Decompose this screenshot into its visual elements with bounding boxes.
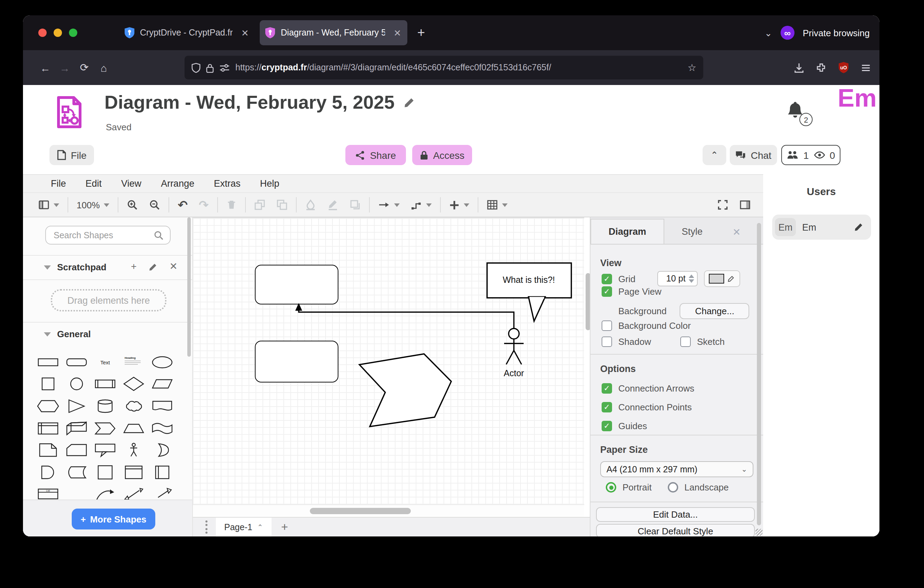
fullscreen-button[interactable] — [712, 194, 734, 215]
connection-points-checkbox[interactable]: ✓ — [602, 402, 612, 413]
shape-two-way-arrow[interactable] — [121, 484, 146, 499]
list-tabs-chevron-icon[interactable]: ⌄ — [764, 28, 772, 38]
shape-cylinder[interactable] — [92, 396, 118, 416]
canvas-connector-and-actor[interactable] — [193, 218, 584, 505]
shape-cube[interactable] — [64, 418, 89, 438]
edit-user-pencil-icon[interactable] — [854, 222, 863, 232]
shape-triangle[interactable] — [64, 396, 89, 416]
scratchpad-add-icon[interactable]: + — [131, 261, 137, 272]
shape-actor[interactable] — [121, 440, 146, 460]
user-row[interactable]: Em Em — [772, 215, 871, 239]
collapse-caret-icon[interactable] — [44, 332, 51, 336]
shape-or[interactable] — [149, 440, 175, 460]
scratchpad-drop-zone[interactable]: Drag elements here — [51, 289, 167, 311]
zoom-in-button[interactable] — [122, 194, 144, 215]
shape-parallelogram[interactable] — [149, 375, 175, 394]
shape-list[interactable]: List — [36, 484, 61, 499]
page-view-checkbox[interactable]: ✓ — [602, 286, 612, 297]
more-shapes-button[interactable]: + More Shapes — [72, 509, 155, 530]
clear-default-style-button[interactable]: Clear Default Style — [596, 524, 755, 537]
shape-tape[interactable] — [149, 418, 175, 438]
shape-diamond[interactable] — [121, 375, 146, 394]
undo-button[interactable]: ↶ — [172, 194, 193, 215]
file-button[interactable]: File — [50, 145, 94, 165]
shape-heading[interactable]: Heading — [121, 352, 146, 372]
search-input[interactable] — [52, 230, 154, 241]
menu-item-view[interactable]: View — [111, 178, 151, 189]
account-avatar[interactable]: Em — [838, 84, 877, 113]
shape-step[interactable] — [92, 418, 118, 438]
shape-square[interactable] — [36, 375, 61, 394]
shape-text[interactable]: Text — [92, 352, 118, 372]
back-icon[interactable]: ← — [36, 62, 55, 74]
access-button[interactable]: Access — [412, 145, 472, 165]
scratchpad-edit-pencil-icon[interactable] — [148, 263, 157, 272]
share-button[interactable]: Share — [345, 145, 406, 165]
shape-ellipse[interactable] — [149, 352, 175, 372]
shape-internal-storage[interactable] — [36, 418, 61, 438]
table-button[interactable] — [481, 194, 513, 215]
zoom-select-button[interactable]: 100% — [71, 194, 115, 215]
shape-rounded-rectangle[interactable] — [64, 352, 89, 372]
close-window-button[interactable] — [38, 28, 47, 37]
diagram-canvas[interactable]: What is this?! Actor Page-1 ⌃ + — [193, 217, 590, 537]
background-change-button[interactable]: Change... — [680, 303, 749, 319]
menu-hamburger-icon[interactable] — [861, 62, 871, 73]
panel-resize-handle[interactable] — [756, 529, 762, 536]
shape-circle[interactable] — [64, 375, 89, 394]
shape-and[interactable] — [36, 462, 61, 482]
lock-icon[interactable] — [206, 62, 214, 73]
menu-item-file[interactable]: File — [41, 178, 76, 189]
connection-style-button[interactable] — [373, 194, 405, 215]
shape-callout[interactable] — [92, 440, 118, 460]
shape-curve[interactable] — [92, 484, 118, 499]
edit-title-pencil-icon[interactable] — [403, 97, 415, 109]
downloads-icon[interactable] — [794, 62, 804, 73]
background-color-checkbox[interactable] — [602, 320, 612, 331]
url-text[interactable]: https://cryptpad.fr/diagram/#/3/diagram/… — [235, 63, 688, 73]
callout-text[interactable]: What is this?! — [487, 263, 571, 297]
tracking-protection-shield-icon[interactable] — [191, 62, 201, 73]
waypoint-style-button[interactable] — [405, 194, 437, 215]
canvas-horizontal-scrollbar[interactable] — [310, 508, 411, 514]
general-section-header[interactable]: General — [44, 329, 91, 339]
new-tab-icon[interactable]: + — [417, 25, 425, 40]
grid-checkbox[interactable]: ✓ — [602, 273, 612, 284]
chat-button[interactable]: Chat — [730, 145, 777, 165]
reload-icon[interactable]: ⟳ — [74, 61, 94, 74]
cryptpad-diagram-logo-icon[interactable] — [56, 96, 82, 132]
close-panel-icon[interactable]: ✕ — [733, 226, 741, 238]
shape-card[interactable] — [64, 440, 89, 460]
portrait-radio[interactable] — [606, 482, 616, 492]
url-bar[interactable]: https://cryptpad.fr/diagram/#/3/diagram/… — [185, 56, 703, 79]
sketch-checkbox[interactable] — [680, 337, 691, 347]
grid-color-button[interactable] — [704, 270, 740, 287]
grid-size-spinner[interactable] — [688, 274, 694, 283]
tab-close-icon[interactable]: ✕ — [394, 28, 401, 38]
shape-rectangle[interactable] — [36, 352, 61, 372]
grid-size-input[interactable]: 10 pt — [657, 271, 697, 286]
guides-checkbox[interactable]: ✓ — [602, 421, 612, 431]
tab-style[interactable]: Style — [664, 219, 720, 244]
menu-item-arrange[interactable]: Arrange — [151, 178, 204, 189]
actor-label[interactable]: Actor — [486, 368, 542, 378]
scratchpad-section-header[interactable]: Scratchpad — [44, 262, 107, 273]
paper-size-select[interactable]: A4 (210 mm x 297 mm) ⌄ — [600, 461, 753, 477]
tab-diagram[interactable]: Diagram — [591, 219, 664, 244]
tab-cryptdrive[interactable]: CryptDrive - CryptPad.fr ✕ — [119, 20, 254, 45]
extensions-puzzle-icon[interactable] — [816, 62, 827, 73]
bookmark-star-icon[interactable]: ☆ — [688, 62, 696, 73]
menu-item-extras[interactable]: Extras — [204, 178, 250, 189]
shape-process[interactable] — [92, 375, 118, 394]
shape-container-title[interactable] — [121, 462, 146, 482]
shape-arrow[interactable] — [149, 484, 175, 499]
shadow-checkbox[interactable] — [602, 337, 612, 347]
forward-icon[interactable]: → — [55, 62, 74, 74]
menu-item-edit[interactable]: Edit — [76, 178, 112, 189]
view-layout-button[interactable] — [33, 194, 65, 215]
collapse-toolbar-button[interactable]: ⌃ — [703, 145, 726, 165]
ublock-origin-icon[interactable]: uO — [838, 62, 849, 73]
scratchpad-close-icon[interactable]: ✕ — [169, 261, 177, 272]
shape-container[interactable] — [92, 462, 118, 482]
menu-item-help[interactable]: Help — [250, 178, 289, 189]
